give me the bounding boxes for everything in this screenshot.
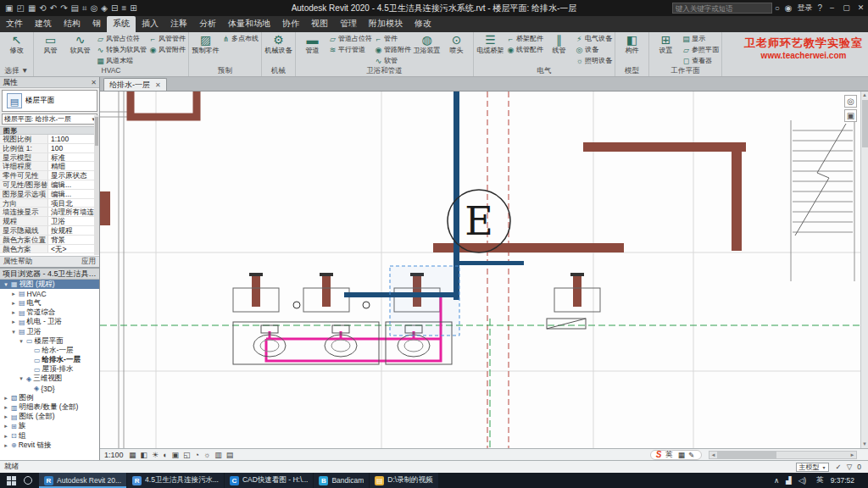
- ribbon-button-component[interactable]: ◧构件: [617, 32, 647, 55]
- property-value[interactable]: 卫浴: [48, 217, 99, 225]
- ribbon-button-sprinkler[interactable]: ⊙喷头: [442, 32, 471, 55]
- clock[interactable]: 9:37:52: [831, 476, 854, 485]
- ribbon-tab-结构[interactable]: 结构: [58, 16, 86, 32]
- properties-scrollbar[interactable]: [94, 115, 99, 255]
- ribbon-button-duct-placeholder[interactable]: ▱风管占位符: [96, 33, 147, 44]
- browser-item[interactable]: ▸▤机电 - 卫浴: [0, 318, 99, 327]
- sign-in-label[interactable]: 登录: [797, 3, 812, 14]
- type-selector[interactable]: ▤ 楼层平面: [2, 90, 97, 112]
- steering-wheel-icon[interactable]: ◎: [844, 95, 857, 108]
- horizontal-scrollbar[interactable]: ◄►: [709, 451, 857, 459]
- ribbon-button-flex-pipe[interactable]: ∿软管: [374, 55, 411, 66]
- ribbon-tab-视图[interactable]: 视图: [305, 16, 334, 32]
- browser-item[interactable]: ▸▤管道综合: [0, 308, 99, 318]
- crop-view-icon[interactable]: ▣: [172, 451, 180, 459]
- ribbon-button-pipe-fitting[interactable]: ⌐管件: [374, 33, 411, 44]
- ribbon-button-pipe[interactable]: ▬管道: [298, 32, 327, 55]
- ribbon-button-multi-point-routing[interactable]: ⋔多点布线: [221, 33, 259, 44]
- view-tab[interactable]: 给排水-一层 ✕: [103, 78, 167, 91]
- tree-expander-icon[interactable]: ▾: [3, 281, 9, 288]
- measure-icon[interactable]: ⌗: [82, 3, 87, 14]
- ribbon-button-plumbing-fixture[interactable]: ◍卫浴装置: [412, 32, 442, 55]
- ribbon-tab-文件[interactable]: 文件: [0, 16, 29, 32]
- tree-expander-icon[interactable]: ▸: [10, 291, 17, 297]
- property-value[interactable]: 1:100: [48, 135, 99, 143]
- ribbon-button-parallel-pipes[interactable]: ≋平行管道: [328, 44, 372, 55]
- app-menu-icon[interactable]: ▣: [5, 3, 13, 13]
- ribbon-button-duct[interactable]: ▭风管: [36, 32, 65, 55]
- print-icon[interactable]: ▤: [71, 3, 79, 13]
- sun-path-icon[interactable]: ☀: [152, 451, 159, 459]
- open-icon[interactable]: ◰: [16, 3, 24, 13]
- help-icon[interactable]: ?: [817, 3, 822, 13]
- language-indicator[interactable]: 英: [816, 475, 824, 485]
- search-icon[interactable]: ○: [775, 3, 780, 13]
- ribbon-tab-修改[interactable]: 修改: [409, 16, 437, 32]
- tree-expander-icon[interactable]: [25, 367, 32, 373]
- taskbar-bandicam[interactable]: BBandicam: [314, 473, 369, 488]
- property-value[interactable]: 背景: [48, 236, 99, 244]
- ribbon-tab-注释[interactable]: 注释: [164, 16, 193, 32]
- ribbon-tab-协作[interactable]: 协作: [276, 16, 305, 32]
- browser-item[interactable]: ▾◈三维视图: [0, 374, 99, 384]
- taskbar-rvt-file[interactable]: R4.5卫生洁具连接污水...: [127, 473, 224, 488]
- ribbon-button-duct-accessory[interactable]: ◉风管附件: [148, 44, 186, 55]
- ribbon-button-set-work-plane[interactable]: ⊞设置: [651, 32, 681, 55]
- browser-item[interactable]: ▸▥明细表/数量 (全部): [0, 402, 99, 412]
- save-icon[interactable]: ▦: [28, 3, 36, 13]
- browser-item[interactable]: ▾▦视图 (规程): [0, 280, 99, 289]
- start-button[interactable]: [0, 473, 22, 488]
- tray-expand-icon[interactable]: ∧: [774, 476, 779, 485]
- tree-expander-icon[interactable]: ▸: [3, 404, 9, 411]
- drawing-canvas[interactable]: E ◎ ▣ ▲ ▼: [100, 91, 868, 448]
- scale-label[interactable]: 1:100: [104, 451, 124, 459]
- temporary-hide-isolate-icon[interactable]: ◔: [195, 451, 199, 459]
- tree-expander-icon[interactable]: ▸: [10, 309, 17, 316]
- ribbon-tab-附加模块[interactable]: 附加模块: [363, 16, 409, 32]
- apply-button[interactable]: 应用: [81, 257, 96, 267]
- browser-item[interactable]: ▸⊕Revit 链接: [0, 441, 99, 450]
- show-crop-region-icon[interactable]: ◱: [183, 451, 191, 459]
- reveal-hidden-elements-icon[interactable]: ☼: [203, 451, 210, 459]
- tree-expander-icon[interactable]: ▾: [10, 329, 17, 336]
- taskbar-cad-viewer[interactable]: CCAD快速看图 - H:\...: [225, 473, 313, 488]
- ribbon-button-conduit[interactable]: ∥线管: [544, 32, 574, 55]
- tag-icon[interactable]: ◎: [91, 3, 98, 13]
- ribbon-button-device[interactable]: ◎设备: [575, 44, 612, 55]
- instance-combo[interactable]: 楼层平面: 给排水-一层 ▾: [2, 114, 97, 125]
- ribbon-button-mechanical-equipment[interactable]: ⚙机械设备: [264, 32, 293, 55]
- ribbon-button-fabrication-part[interactable]: ▨预制零件: [191, 32, 220, 55]
- tree-expander-icon[interactable]: [25, 347, 32, 353]
- property-value[interactable]: 标准: [48, 153, 99, 162]
- tree-expander-icon[interactable]: [25, 385, 32, 391]
- thin-lines-icon[interactable]: ≡: [121, 3, 126, 13]
- browser-item[interactable]: ◈{3D}: [0, 384, 99, 393]
- ribbon-tab-建筑[interactable]: 建筑: [29, 16, 58, 32]
- ribbon-button-flex-duct[interactable]: ∿软风管: [65, 32, 95, 55]
- worksharing-display-icon[interactable]: ▥: [214, 451, 222, 459]
- tree-expander-icon[interactable]: ▸: [10, 300, 17, 307]
- browser-item[interactable]: ▸⊞族: [0, 422, 99, 431]
- vertical-scrollbar[interactable]: ▲ ▼: [860, 92, 868, 448]
- tree-expander-icon[interactable]: ▸: [3, 442, 9, 449]
- workset-dropdown[interactable]: 主模型 ▾: [796, 463, 829, 472]
- switch-windows-icon[interactable]: ⊞: [130, 3, 136, 13]
- view-tab-close-icon[interactable]: ✕: [155, 81, 161, 89]
- property-value[interactable]: 按规程: [48, 226, 99, 235]
- property-value[interactable]: 100: [48, 144, 99, 152]
- property-value[interactable]: 精细: [48, 162, 99, 170]
- ime-keyboard-icon[interactable]: ▦: [678, 451, 685, 459]
- browser-item[interactable]: ▭给水-一层: [0, 346, 99, 355]
- property-value[interactable]: 显示原状态: [48, 171, 99, 180]
- ribbon-button-air-terminal[interactable]: ▦风道末端: [96, 55, 147, 66]
- property-value[interactable]: <无>: [48, 245, 99, 253]
- browser-item[interactable]: ▸▧图例: [0, 393, 99, 402]
- floor-plan-drawing[interactable]: E: [100, 92, 868, 448]
- close-button[interactable]: ✕: [854, 0, 868, 16]
- ribbon-tab-插入[interactable]: 插入: [136, 16, 164, 32]
- maximize-button[interactable]: ▢: [839, 0, 854, 16]
- shadows-icon[interactable]: ◐: [163, 451, 167, 459]
- ribbon-button-pipe-accessory[interactable]: ◉管路附件: [374, 44, 411, 55]
- tray-network-icon[interactable]: ▟: [786, 476, 792, 485]
- ribbon-button-pipe-placeholder[interactable]: ▱管道占位符: [328, 33, 372, 44]
